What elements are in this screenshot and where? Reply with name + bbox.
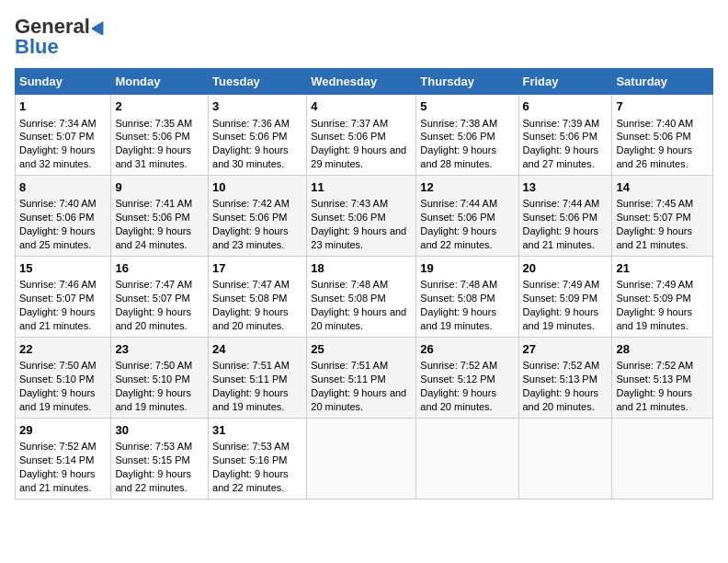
calendar-cell: [416, 418, 518, 499]
calendar-cell: 26Sunrise: 7:52 AMSunset: 5:12 PMDayligh…: [416, 337, 518, 418]
day-number: 31: [212, 422, 302, 439]
daylight: Daylight: 9 hours and 26 minutes.: [616, 144, 692, 169]
logo: General Blue: [15, 15, 108, 59]
sunrise: Sunrise: 7:51 AM: [212, 360, 290, 371]
daylight: Daylight: 9 hours and 21 minutes.: [523, 225, 599, 250]
daylight: Daylight: 9 hours and 29 minutes.: [311, 144, 406, 169]
day-number: 9: [115, 179, 204, 196]
sunrise: Sunrise: 7:45 AM: [616, 198, 693, 209]
calendar-body: 1Sunrise: 7:34 AMSunset: 5:07 PMDaylight…: [16, 95, 713, 500]
daylight: Daylight: 9 hours and 19 minutes.: [616, 306, 692, 331]
calendar-cell: 25Sunrise: 7:51 AMSunset: 5:11 PMDayligh…: [307, 337, 416, 418]
sunrise: Sunrise: 7:50 AM: [115, 360, 192, 371]
daylight: Daylight: 9 hours and 32 minutes.: [19, 144, 96, 169]
day-number: 14: [616, 179, 709, 196]
day-of-week-header: Wednesday: [307, 69, 416, 95]
calendar-cell: [518, 418, 612, 499]
calendar-cell: 23Sunrise: 7:50 AMSunset: 5:10 PMDayligh…: [111, 337, 209, 418]
sunset: Sunset: 5:08 PM: [212, 293, 287, 304]
daylight: Daylight: 9 hours and 22 minutes.: [212, 468, 289, 493]
sunrise: Sunrise: 7:52 AM: [19, 441, 97, 452]
daylight: Daylight: 9 hours and 19 minutes.: [19, 387, 96, 412]
daylight: Daylight: 9 hours and 31 minutes.: [115, 144, 191, 169]
calendar-cell: 1Sunrise: 7:34 AMSunset: 5:07 PMDaylight…: [16, 95, 111, 176]
sunset: Sunset: 5:07 PM: [19, 131, 94, 142]
sunset: Sunset: 5:07 PM: [19, 293, 94, 304]
calendar-cell: 19Sunrise: 7:48 AMSunset: 5:08 PMDayligh…: [416, 256, 518, 337]
sunset: Sunset: 5:15 PM: [115, 454, 189, 465]
calendar-cell: 22Sunrise: 7:50 AMSunset: 5:10 PMDayligh…: [16, 337, 111, 418]
page-container: General Blue SundayMondayTuesdayWednesda…: [0, 0, 728, 507]
sunset: Sunset: 5:06 PM: [19, 212, 94, 223]
sunset: Sunset: 5:06 PM: [212, 131, 287, 142]
daylight: Daylight: 9 hours and 20 minutes.: [212, 306, 289, 331]
sunset: Sunset: 5:06 PM: [420, 131, 495, 142]
daylight: Daylight: 9 hours and 20 minutes.: [311, 387, 406, 412]
daylight: Daylight: 9 hours and 28 minutes.: [420, 144, 496, 169]
sunset: Sunset: 5:07 PM: [616, 212, 690, 223]
calendar-cell: 6Sunrise: 7:39 AMSunset: 5:06 PMDaylight…: [518, 95, 612, 176]
sunset: Sunset: 5:13 PM: [616, 373, 690, 385]
sunset: Sunset: 5:06 PM: [523, 212, 597, 223]
calendar-cell: 9Sunrise: 7:41 AMSunset: 5:06 PMDaylight…: [111, 175, 209, 256]
sunrise: Sunrise: 7:47 AM: [212, 279, 290, 290]
day-number: 8: [19, 179, 107, 196]
sunset: Sunset: 5:12 PM: [420, 373, 495, 385]
daylight: Daylight: 9 hours and 25 minutes.: [19, 225, 96, 250]
calendar-table: SundayMondayTuesdayWednesdayThursdayFrid…: [15, 68, 713, 500]
sunrise: Sunrise: 7:39 AM: [523, 118, 600, 129]
calendar-header-row: SundayMondayTuesdayWednesdayThursdayFrid…: [16, 69, 713, 95]
day-number: 2: [115, 98, 204, 115]
daylight: Daylight: 9 hours and 19 minutes.: [420, 306, 496, 331]
sunset: Sunset: 5:10 PM: [115, 373, 189, 385]
sunrise: Sunrise: 7:52 AM: [420, 360, 497, 371]
calendar-cell: 11Sunrise: 7:43 AMSunset: 5:06 PMDayligh…: [307, 175, 416, 256]
calendar-cell: 7Sunrise: 7:40 AMSunset: 5:06 PMDaylight…: [612, 95, 713, 176]
daylight: Daylight: 9 hours and 22 minutes.: [115, 468, 191, 493]
daylight: Daylight: 9 hours and 20 minutes.: [115, 306, 191, 331]
sunset: Sunset: 5:06 PM: [420, 212, 495, 223]
day-number: 20: [523, 260, 609, 277]
sunset: Sunset: 5:06 PM: [311, 131, 385, 142]
sunrise: Sunrise: 7:51 AM: [311, 360, 388, 371]
day-number: 18: [311, 260, 412, 277]
calendar-cell: 24Sunrise: 7:51 AMSunset: 5:11 PMDayligh…: [209, 337, 307, 418]
sunrise: Sunrise: 7:50 AM: [19, 360, 97, 371]
daylight: Daylight: 9 hours and 20 minutes.: [523, 387, 599, 412]
daylight: Daylight: 9 hours and 22 minutes.: [420, 225, 496, 250]
sunset: Sunset: 5:09 PM: [616, 293, 690, 304]
calendar-cell: 20Sunrise: 7:49 AMSunset: 5:09 PMDayligh…: [518, 256, 612, 337]
daylight: Daylight: 9 hours and 24 minutes.: [115, 225, 191, 250]
day-of-week-header: Monday: [111, 69, 209, 95]
day-of-week-header: Thursday: [416, 69, 518, 95]
sunrise: Sunrise: 7:44 AM: [523, 198, 600, 209]
sunset: Sunset: 5:06 PM: [115, 212, 189, 223]
sunrise: Sunrise: 7:34 AM: [19, 118, 97, 129]
sunrise: Sunrise: 7:46 AM: [19, 279, 97, 290]
daylight: Daylight: 9 hours and 23 minutes.: [212, 225, 289, 250]
calendar-cell: 3Sunrise: 7:36 AMSunset: 5:06 PMDaylight…: [209, 95, 307, 176]
calendar-cell: 16Sunrise: 7:47 AMSunset: 5:07 PMDayligh…: [111, 256, 209, 337]
day-number: 29: [19, 422, 107, 439]
sunset: Sunset: 5:08 PM: [420, 293, 495, 304]
sunrise: Sunrise: 7:53 AM: [115, 441, 192, 452]
calendar-week-row: 22Sunrise: 7:50 AMSunset: 5:10 PMDayligh…: [16, 337, 713, 418]
sunrise: Sunrise: 7:37 AM: [311, 118, 388, 129]
sunset: Sunset: 5:11 PM: [212, 373, 287, 385]
daylight: Daylight: 9 hours and 20 minutes.: [420, 387, 496, 412]
calendar-cell: 2Sunrise: 7:35 AMSunset: 5:06 PMDaylight…: [111, 95, 209, 176]
day-of-week-header: Tuesday: [209, 69, 307, 95]
sunrise: Sunrise: 7:40 AM: [616, 118, 693, 129]
sunset: Sunset: 5:13 PM: [523, 373, 597, 385]
sunrise: Sunrise: 7:52 AM: [616, 360, 693, 371]
day-number: 28: [616, 341, 709, 358]
day-number: 30: [115, 422, 204, 439]
calendar-cell: 12Sunrise: 7:44 AMSunset: 5:06 PMDayligh…: [416, 175, 518, 256]
sunrise: Sunrise: 7:49 AM: [616, 279, 693, 290]
sunrise: Sunrise: 7:38 AM: [420, 118, 497, 129]
calendar-cell: [307, 418, 416, 499]
day-of-week-header: Saturday: [612, 69, 713, 95]
sunrise: Sunrise: 7:53 AM: [212, 441, 290, 452]
day-number: 24: [212, 341, 302, 358]
sunset: Sunset: 5:07 PM: [115, 293, 189, 304]
